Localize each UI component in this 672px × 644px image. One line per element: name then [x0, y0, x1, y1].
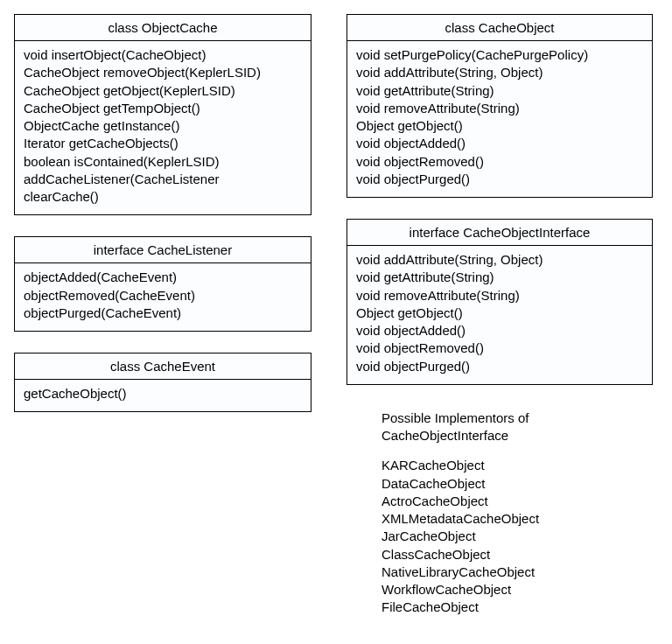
right-column: class CacheObject void setPurgePolicy(Ca… — [346, 14, 653, 617]
class-body: void setPurgePolicy(CachePurgePolicy) vo… — [347, 41, 652, 197]
class-body: getCacheObject() — [15, 380, 311, 411]
implementor-item: WorkflowCacheObject — [382, 581, 653, 598]
method: void setPurgePolicy(CachePurgePolicy) — [356, 46, 643, 64]
implementors-note: Possible Implementors of CacheObjectInte… — [346, 406, 653, 617]
method: void addAttribute(String, Object) — [356, 251, 643, 269]
method: addCacheListener(CacheListener — [24, 171, 302, 188]
implementor-item: KARCacheObject — [382, 457, 653, 474]
class-title: class CacheObject — [347, 15, 652, 41]
interface-cachelistener: interface CacheListener objectAdded(Cach… — [14, 236, 312, 332]
implementor-item: DataCacheObject — [382, 475, 653, 493]
left-column: class ObjectCache void insertObject(Cach… — [14, 14, 312, 617]
method: Iterator getCacheObjects() — [24, 135, 302, 152]
method: objectRemoved(CacheEvent) — [24, 287, 302, 304]
method: void removeAttribute(String) — [356, 287, 643, 304]
method: Object getObject() — [356, 304, 643, 322]
method: CacheObject removeObject(KeplerLSID) — [24, 64, 302, 81]
method: clearCache() — [24, 188, 302, 206]
class-title: class ObjectCache — [15, 15, 311, 41]
note-heading: CacheObjectInterface — [382, 427, 653, 444]
implementor-item: NativeLibraryCacheObject — [382, 564, 653, 581]
implementor-item: FileCacheObject — [382, 598, 653, 616]
method: void objectPurged() — [356, 171, 643, 188]
class-body: objectAdded(CacheEvent) objectRemoved(Ca… — [15, 263, 311, 331]
method: CacheObject getObject(KeplerLSID) — [24, 82, 302, 100]
method: boolean isContained(KeplerLSID) — [24, 153, 302, 171]
method: void objectAdded() — [356, 322, 643, 340]
class-body: void addAttribute(String, Object) void g… — [347, 246, 652, 384]
method: void addAttribute(String, Object) — [356, 64, 643, 81]
class-cacheevent: class CacheEvent getCacheObject() — [14, 353, 312, 412]
class-title: interface CacheObjectInterface — [347, 220, 652, 246]
method: void objectRemoved() — [356, 340, 643, 357]
class-body: void insertObject(CacheObject) CacheObje… — [15, 41, 311, 214]
method: void objectAdded() — [356, 135, 643, 152]
method: void objectRemoved() — [356, 153, 643, 171]
implementor-item: JarCacheObject — [382, 528, 653, 545]
method: void getAttribute(String) — [356, 82, 643, 100]
implementor-item: ClassCacheObject — [382, 546, 653, 564]
note-heading: Possible Implementors of — [382, 410, 653, 427]
class-title: class CacheEvent — [15, 354, 311, 380]
interface-cacheobjectinterface: interface CacheObjectInterface void addA… — [346, 219, 653, 385]
method: void objectPurged() — [356, 358, 643, 375]
method: Object getObject() — [356, 117, 643, 135]
method: CacheObject getTempObject() — [24, 100, 302, 117]
class-objectcache: class ObjectCache void insertObject(Cach… — [14, 14, 312, 215]
implementor-item: XMLMetadataCacheObject — [382, 510, 653, 528]
class-cacheobject: class CacheObject void setPurgePolicy(Ca… — [346, 14, 653, 198]
implementor-item: ActroCacheObject — [382, 493, 653, 510]
method: objectPurged(CacheEvent) — [24, 304, 302, 322]
uml-diagram: class ObjectCache void insertObject(Cach… — [14, 14, 658, 617]
method: void removeAttribute(String) — [356, 100, 643, 117]
method: getCacheObject() — [24, 385, 302, 402]
method: objectAdded(CacheEvent) — [24, 269, 302, 286]
method: ObjectCache getInstance() — [24, 117, 302, 135]
method: void insertObject(CacheObject) — [24, 46, 302, 64]
method: void getAttribute(String) — [356, 269, 643, 286]
class-title: interface CacheListener — [15, 237, 311, 263]
